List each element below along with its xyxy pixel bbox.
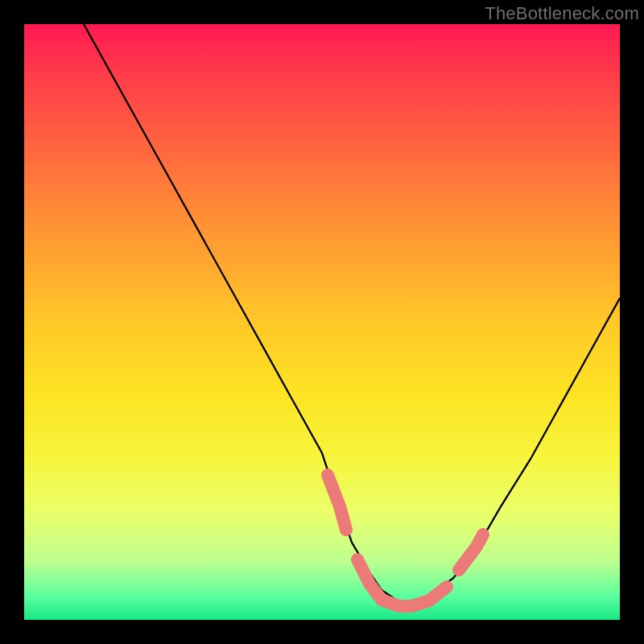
plot-area <box>24 24 620 620</box>
watermark-text: TheBottleneck.com <box>485 3 639 24</box>
highlight-right <box>459 535 483 570</box>
highlight-left <box>328 475 346 530</box>
curve-overlay <box>24 24 620 620</box>
chart-frame: TheBottleneck.com <box>0 0 644 644</box>
highlight-center <box>357 559 447 606</box>
bottleneck-curve <box>84 24 620 602</box>
